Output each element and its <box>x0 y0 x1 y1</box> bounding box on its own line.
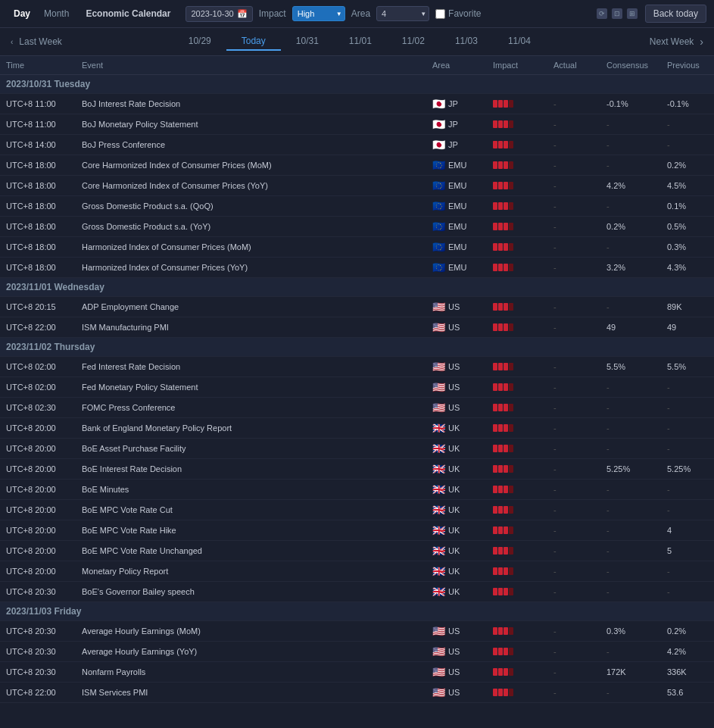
country-flag: 🇪🇺 <box>432 200 445 212</box>
cell-actual: - <box>547 217 600 237</box>
table-row[interactable]: UTC+8 20:30 Average Hourly Earnings (MoM… <box>0 621 714 642</box>
table-row[interactable]: UTC+8 20:15 ADP Employment Change 🇺🇸 US … <box>0 297 714 317</box>
actual-dash: - <box>553 626 557 636</box>
tab-month[interactable]: Month <box>38 7 75 20</box>
cell-consensus: - <box>600 500 661 520</box>
table-row[interactable]: UTC+8 20:00 BoE Interest Rate Decision 🇬… <box>0 459 714 480</box>
prev-arrow[interactable]: ‹ <box>8 36 16 48</box>
impact-bar-2 <box>498 668 503 676</box>
impact-bar-1 <box>493 202 497 210</box>
table-row[interactable]: UTC+8 18:00 Harmonized Index of Consumer… <box>0 258 714 278</box>
cell-actual: - <box>547 683 600 703</box>
cell-time: UTC+8 11:00 <box>0 94 76 114</box>
table-row[interactable]: UTC+8 20:00 BoE Minutes 🇬🇧 UK - - - <box>0 480 714 500</box>
maximize-button[interactable]: ⊞ <box>627 8 638 19</box>
country-flag: 🇬🇧 <box>432 545 445 557</box>
impact-bar-1 <box>493 627 497 635</box>
flag-area: 🇯🇵 JP <box>432 118 481 130</box>
cell-impact <box>487 582 547 602</box>
calendar-icon[interactable]: 📅 <box>237 9 248 19</box>
last-week-label[interactable]: Last Week <box>19 36 61 47</box>
area-select[interactable]: 4 <box>376 6 429 21</box>
table-row[interactable]: UTC+8 18:00 Gross Domestic Product s.a. … <box>0 217 714 237</box>
cell-previous: - <box>661 500 714 520</box>
table-row[interactable]: UTC+8 22:00 ISM Manufacturing PMI 🇺🇸 US … <box>0 317 714 338</box>
calendar-table: Time Event Area Impact Actual Consensus … <box>0 56 714 703</box>
favorite-checkbox[interactable] <box>435 9 445 19</box>
area-code: UK <box>448 587 460 596</box>
impact-bar-2 <box>498 648 503 655</box>
table-row[interactable]: UTC+8 20:00 BoE MPC Vote Rate Cut 🇬🇧 UK … <box>0 500 714 520</box>
cell-impact <box>487 541 547 561</box>
cell-actual: - <box>547 418 600 439</box>
cell-event: FOMC Press Conference <box>76 398 426 418</box>
previous-value: 49 <box>667 323 676 332</box>
table-row[interactable]: UTC+8 02:00 Fed Interest Rate Decision 🇺… <box>0 357 714 377</box>
table-row[interactable]: UTC+8 20:00 BoE MPC Vote Rate Unchanged … <box>0 541 714 561</box>
cell-time: UTC+8 11:00 <box>0 114 76 135</box>
impact-select[interactable]: High <box>292 6 345 21</box>
cell-previous: 0.2% <box>661 621 714 642</box>
cell-previous: - <box>661 398 714 418</box>
date-tab-1029[interactable]: 10/29 <box>173 33 226 51</box>
cell-event: BoJ Monetary Policy Statement <box>76 114 426 135</box>
impact-bar-1 <box>493 465 497 473</box>
table-row[interactable]: UTC+8 18:00 Gross Domestic Product s.a. … <box>0 196 714 217</box>
table-row[interactable]: UTC+8 02:30 FOMC Press Conference 🇺🇸 US … <box>0 398 714 418</box>
date-input[interactable]: 2023-10-30 📅 <box>186 6 252 22</box>
table-row[interactable]: UTC+8 20:00 Bank of England Monetary Pol… <box>0 418 714 439</box>
date-tab-today[interactable]: Today <box>226 33 281 51</box>
table-row[interactable]: UTC+8 20:00 BoE MPC Vote Rate Hike 🇬🇧 UK… <box>0 520 714 541</box>
table-row[interactable]: UTC+8 20:30 Nonfarm Payrolls 🇺🇸 US - 172… <box>0 662 714 683</box>
cell-area: 🇺🇸 US <box>426 377 487 398</box>
flag-area: 🇬🇧 UK <box>432 442 481 455</box>
back-today-button[interactable]: Back today <box>645 5 706 23</box>
actual-dash: - <box>553 181 557 190</box>
cell-consensus: 49 <box>600 317 661 338</box>
table-row[interactable]: UTC+8 20:30 BoE's Governor Bailey speech… <box>0 582 714 602</box>
table-row[interactable]: UTC+8 20:30 Average Hourly Earnings (YoY… <box>0 642 714 662</box>
nav-bar: ‹ Last Week 10/29 Today 10/31 11/01 11/0… <box>0 28 714 56</box>
date-tab-1102[interactable]: 11/02 <box>387 33 440 51</box>
favorite-checkbox-label[interactable]: Favorite <box>435 8 481 19</box>
country-flag: 🇺🇸 <box>432 401 445 414</box>
tab-day[interactable]: Day <box>8 7 36 20</box>
cell-area: 🇺🇸 US <box>426 398 487 418</box>
next-arrow[interactable]: › <box>697 34 706 49</box>
table-row[interactable]: UTC+8 11:00 BoJ Interest Rate Decision 🇯… <box>0 94 714 114</box>
table-row[interactable]: UTC+8 14:00 BoJ Press Conference 🇯🇵 JP -… <box>0 135 714 155</box>
date-tab-1031[interactable]: 10/31 <box>281 33 334 51</box>
area-code: US <box>448 323 460 332</box>
impact-bar-3 <box>504 363 508 370</box>
impact-bar-4 <box>509 182 513 189</box>
impact-bar-1 <box>493 404 497 411</box>
country-flag: 🇯🇵 <box>432 118 445 130</box>
cell-area: 🇬🇧 UK <box>426 439 487 459</box>
reload-button[interactable]: ⟳ <box>597 8 607 19</box>
flag-area: 🇬🇧 UK <box>432 483 481 495</box>
table-row[interactable]: UTC+8 18:00 Core Harmonized Index of Con… <box>0 176 714 196</box>
impact-bars <box>493 506 541 514</box>
table-row[interactable]: UTC+8 02:00 Fed Monetary Policy Statemen… <box>0 377 714 398</box>
cell-consensus: 0.2% <box>600 217 661 237</box>
previous-value: 0.2% <box>667 161 686 170</box>
area-code: EMU <box>448 181 466 190</box>
table-row[interactable]: UTC+8 18:00 Core Harmonized Index of Con… <box>0 155 714 176</box>
date-tab-1104[interactable]: 11/04 <box>493 33 546 51</box>
table-row[interactable]: UTC+8 22:00 ISM Services PMI 🇺🇸 US - - 5… <box>0 683 714 703</box>
previous-value: 5.25% <box>667 464 691 473</box>
minimize-button[interactable]: ⊡ <box>612 8 622 19</box>
next-week-nav[interactable]: Next Week › <box>650 34 706 49</box>
date-tab-1101[interactable]: 11/01 <box>334 33 387 51</box>
previous-value: 0.3% <box>667 242 686 252</box>
cell-actual: - <box>547 357 600 377</box>
impact-bar-1 <box>493 506 497 514</box>
cell-actual: - <box>547 541 600 561</box>
table-row[interactable]: UTC+8 11:00 BoJ Monetary Policy Statemen… <box>0 114 714 135</box>
impact-bar-2 <box>498 223 503 230</box>
date-tab-1103[interactable]: 11/03 <box>440 33 493 51</box>
impact-bars <box>493 648 541 655</box>
table-row[interactable]: UTC+8 18:00 Harmonized Index of Consumer… <box>0 237 714 258</box>
table-row[interactable]: UTC+8 20:00 Monetary Policy Report 🇬🇧 UK… <box>0 561 714 582</box>
table-row[interactable]: UTC+8 20:00 BoE Asset Purchase Facility … <box>0 439 714 459</box>
